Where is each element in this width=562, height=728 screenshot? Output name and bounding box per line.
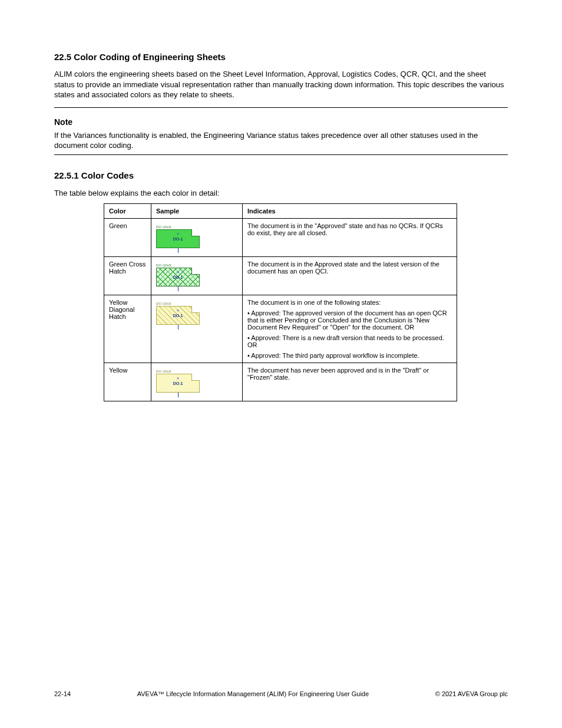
swatch-shape: × DO-1 [156,306,200,325]
cell-color: Yellow Diagonal Hatch [104,295,151,363]
cell-indicates: The document has never been approved and… [243,363,457,401]
indicates-line: • Approved: The third party approval wor… [247,352,452,359]
header-indicates: Indicates [243,203,457,218]
section-title: 22.5 Color Coding of Engineering Sheets [54,52,508,62]
header-sample: Sample [151,203,243,218]
swatch-top-label: DO-10v3 [156,370,200,373]
cell-color: Green [104,218,151,256]
cell-color: Green Cross Hatch [104,256,151,295]
swatch-inner-label: DO-1 [157,275,199,279]
swatch-shape: × DO-1 [156,374,200,393]
divider-top [54,107,508,108]
swatch-green: DO-10v3 × DO-1 [156,225,200,253]
table-row: Yellow Diagonal Hatch DO-10v3 × DO-1 The… [104,295,457,363]
footer-doc-title: AVEVA™ Lifecycle Information Management … [137,690,369,697]
note-body: If the Variances functionality is enable… [54,130,508,151]
lead-in: The table below explains the each color … [54,189,508,197]
cell-sample: DO-10v3 × DO-1 [151,363,243,401]
swatch-inner-label: DO-1 [157,237,199,241]
intro-paragraph: ALIM colors the engineering sheets based… [54,69,508,100]
swatch-shape: × DO-1 [156,268,200,286]
divider-bottom [54,154,508,155]
table-row: Green Cross Hatch DO-10v3 × DO-1 The doc… [104,256,457,295]
cell-color: Yellow [104,363,151,401]
swatch-x-icon: × [157,269,199,275]
indicates-line: • Approved: There is a new draft version… [247,334,452,348]
note-label: Note [54,117,508,127]
swatch-top-label: DO-10v3 [156,302,200,305]
swatch-top-label: DO-10v3 [156,225,200,229]
cell-indicates: The document is in one of the following … [243,295,457,363]
table-row: Yellow DO-10v3 × DO-1 The document has n… [104,363,457,401]
swatch-yellow-diagonal: DO-10v3 × DO-1 [156,302,200,330]
table-header-row: Color Sample Indicates [104,203,457,218]
swatch-stem [178,325,178,330]
swatch-shape: × DO-1 [156,229,200,248]
swatch-x-icon: × [157,231,199,236]
color-code-table: Color Sample Indicates Green DO-10v3 × D… [104,203,457,401]
swatch-inner-label: DO-1 [157,314,199,318]
indicates-line: The document is in one of the following … [247,299,452,306]
cell-sample: DO-10v3 × DO-1 [151,256,243,295]
indicates-line: • Approved: The approved version of the … [247,309,452,331]
table-row: Green DO-10v3 × DO-1 The document is in … [104,218,457,256]
cell-indicates: The document is in the Approved state an… [243,256,457,295]
swatch-inner-label: DO-1 [157,381,199,386]
page-footer: 22-14 AVEVA™ Lifecycle Information Manag… [54,690,508,697]
swatch-green-crosshatch: DO-10v3 × DO-1 [156,263,200,291]
sub-heading: 22.5.1 Color Codes [54,170,508,180]
cell-sample: DO-10v3 × DO-1 [151,295,243,363]
header-color: Color [104,203,151,218]
swatch-stem [178,393,178,397]
page-content: 22.5 Color Coding of Engineering Sheets … [0,0,562,425]
footer-copyright: © 2021 AVEVA Group plc [435,690,508,697]
cell-indicates: The document is in the "Approved" state … [243,218,457,256]
swatch-x-icon: × [157,308,199,313]
swatch-x-icon: × [157,375,199,381]
swatch-stem [178,286,178,291]
footer-page-number: 22-14 [54,690,71,697]
swatch-yellow: DO-10v3 × DO-1 [156,370,200,397]
cell-sample: DO-10v3 × DO-1 [151,218,243,256]
swatch-stem [178,248,178,253]
swatch-top-label: DO-10v3 [156,263,200,267]
